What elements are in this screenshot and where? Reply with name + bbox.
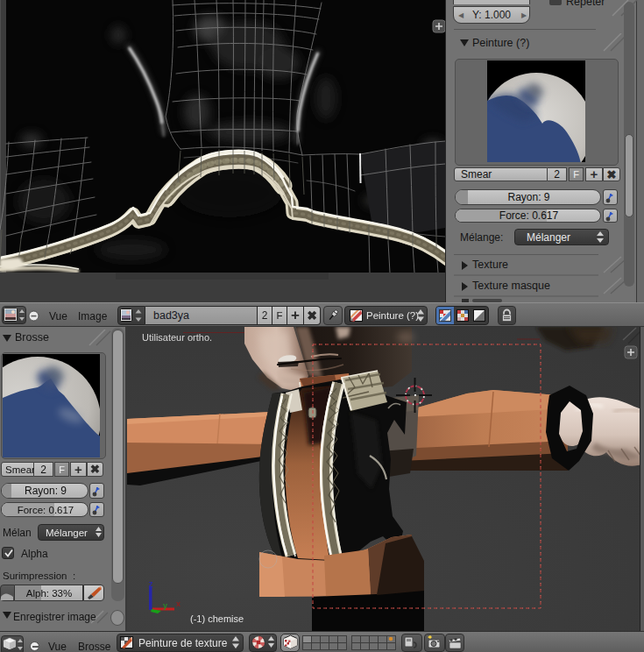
svg-text:Utilisateur ortho.: Utilisateur ortho. (142, 332, 212, 343)
svg-text:x: x (176, 599, 180, 608)
svg-text:z: z (149, 579, 153, 589)
svg-text:y: y (163, 601, 167, 610)
svg-text:(-1) chemise: (-1) chemise (190, 613, 244, 624)
